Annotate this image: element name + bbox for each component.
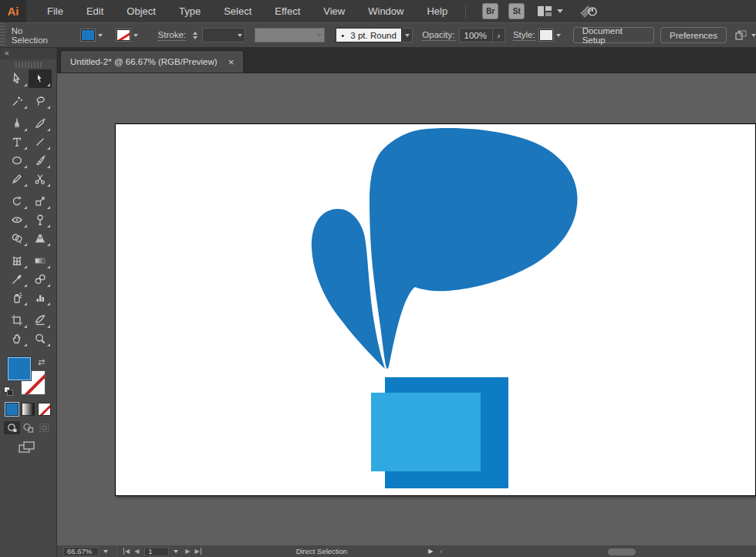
color-button[interactable] — [5, 403, 19, 416]
menu-item-window[interactable]: Window — [356, 2, 415, 21]
chevron-down-icon[interactable] — [402, 28, 413, 42]
screen-mode-button[interactable] — [17, 440, 37, 458]
menu-item-edit[interactable]: Edit — [75, 2, 115, 21]
curvature-tool[interactable] — [29, 114, 52, 133]
bridge-button[interactable]: Br — [482, 3, 498, 19]
menu-item-select[interactable]: Select — [212, 2, 263, 21]
direct-selection-tool[interactable] — [29, 69, 52, 88]
perspective-grid-tool[interactable] — [29, 229, 52, 248]
opacity-more-button[interactable]: › — [493, 28, 505, 42]
symbol-sprayer-tool[interactable] — [5, 289, 29, 307]
stepper-up-icon[interactable] — [193, 32, 197, 35]
opacity-label[interactable]: Opacity: — [422, 30, 454, 41]
chevron-down-icon[interactable] — [130, 29, 141, 42]
scroll-left-icon[interactable]: ‹ — [440, 547, 442, 555]
rotate-tool[interactable] — [5, 192, 29, 211]
brush-definition-dropdown[interactable]: • 3 pt. Round — [336, 28, 413, 42]
collapse-panel-button[interactable]: « — [0, 48, 56, 59]
style-swatch[interactable] — [539, 29, 553, 41]
stroke-weight-stepper[interactable] — [191, 29, 200, 42]
scissors-tool[interactable] — [29, 170, 52, 188]
hand-tool[interactable] — [5, 329, 29, 348]
horizontal-scrollbar-thumb[interactable] — [608, 549, 636, 555]
brush-value: 3 pt. Round — [350, 31, 396, 40]
zoom-tool[interactable] — [29, 329, 52, 348]
stock-button[interactable]: St — [508, 3, 525, 19]
previous-artboard-icon[interactable]: ◀ — [134, 548, 139, 555]
shape-builder-tool[interactable] — [5, 229, 29, 248]
ellipse-tool[interactable] — [5, 151, 29, 170]
type-tool[interactable] — [5, 133, 29, 151]
shape-builder-tool-icon — [11, 232, 23, 245]
swap-fill-stroke-icon[interactable]: ⇄ — [38, 357, 45, 367]
eyedropper-tool[interactable] — [5, 270, 29, 289]
chevron-down-icon[interactable] — [95, 29, 106, 42]
mesh-tool[interactable] — [5, 251, 29, 270]
none-button[interactable] — [38, 403, 51, 416]
artboard[interactable] — [115, 123, 756, 496]
chevron-down-icon[interactable] — [553, 29, 564, 42]
stroke-color-dropdown[interactable] — [116, 29, 141, 42]
selection-tool-icon — [11, 73, 23, 85]
shaper-tool[interactable] — [5, 170, 29, 188]
fill-color-swatch[interactable] — [81, 29, 95, 41]
stepper-down-icon[interactable] — [193, 36, 197, 39]
fill-color-dropdown[interactable] — [81, 29, 106, 42]
stroke-weight-label[interactable]: Stroke: — [158, 30, 186, 41]
paintbrush-tool[interactable] — [29, 151, 52, 170]
scale-tool[interactable] — [29, 192, 52, 211]
brush-bullet-icon: • — [341, 31, 344, 40]
first-artboard-icon[interactable]: ◀ — [123, 548, 130, 555]
artboard-number-input[interactable]: 1 — [144, 547, 169, 556]
blend-tool-icon — [34, 273, 46, 285]
draw-inside-icon[interactable] — [36, 421, 52, 434]
pen-tool[interactable] — [5, 114, 29, 133]
gradient-button[interactable] — [22, 403, 35, 416]
document-setup-button[interactable]: Document Setup — [573, 27, 654, 43]
opacity-input[interactable]: 100% — [459, 28, 493, 42]
menu-item-object[interactable]: Object — [115, 2, 167, 21]
width-tool[interactable] — [5, 211, 29, 229]
selection-tool[interactable] — [5, 69, 29, 88]
zoom-dropdown-icon[interactable] — [103, 550, 108, 553]
column-graph-tool[interactable] — [29, 289, 52, 307]
menu-item-file[interactable]: File — [35, 2, 75, 21]
gradient-tool[interactable] — [29, 251, 52, 270]
gpu-performance-icon — [579, 2, 599, 18]
style-dropdown[interactable] — [539, 29, 564, 42]
panel-grip[interactable] — [14, 62, 42, 68]
preferences-button[interactable]: Preferences — [660, 27, 727, 43]
puppet-warp-tool[interactable] — [29, 211, 52, 229]
panel-grip[interactable] — [0, 23, 5, 47]
lasso-tool[interactable] — [29, 92, 52, 110]
stroke-none-swatch[interactable] — [116, 29, 130, 41]
document-tab[interactable]: Untitled-2* @ 66.67% (RGB/Preview) × — [60, 50, 244, 73]
slice-tool[interactable] — [29, 311, 52, 329]
workspace-switcher-button[interactable] — [537, 5, 563, 17]
draw-behind-icon[interactable] — [20, 421, 36, 434]
menu-item-effect[interactable]: Effect — [263, 2, 312, 21]
status-flyout-icon[interactable]: ▶ — [428, 548, 433, 555]
artboard-dropdown-icon[interactable] — [174, 550, 178, 553]
artboard-tool[interactable] — [5, 311, 29, 329]
default-fill-stroke-icon[interactable] — [4, 387, 14, 397]
stroke-weight-dropdown[interactable] — [202, 28, 245, 42]
menu-item-type[interactable]: Type — [167, 2, 212, 21]
last-artboard-icon[interactable]: ▶ — [194, 548, 201, 555]
line-segment-tool[interactable] — [29, 133, 52, 151]
menu-item-help[interactable]: Help — [415, 2, 459, 21]
arrange-options-button[interactable] — [734, 29, 756, 42]
style-label[interactable]: Style: — [513, 30, 535, 41]
canvas-area[interactable] — [57, 73, 756, 545]
close-tab-icon[interactable]: × — [228, 57, 235, 67]
fill-proxy-swatch[interactable] — [7, 356, 32, 381]
tool-grid — [0, 69, 56, 348]
draw-normal-icon[interactable] — [4, 421, 20, 434]
gpu-performance-button[interactable] — [579, 2, 599, 20]
menu-item-view[interactable]: View — [312, 2, 356, 21]
magic-wand-tool[interactable] — [5, 92, 29, 110]
zoom-level-input[interactable]: 66.67% — [63, 547, 99, 556]
brush-field[interactable]: • 3 pt. Round — [336, 28, 402, 42]
blend-tool[interactable] — [29, 270, 52, 289]
next-artboard-icon[interactable]: ▶ — [185, 548, 190, 555]
